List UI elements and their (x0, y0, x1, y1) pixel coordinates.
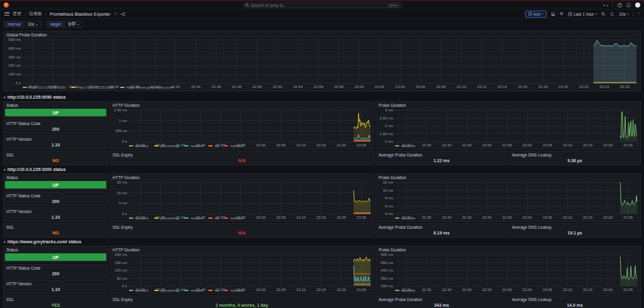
collapse-toolbar-icon[interactable]: ^ (638, 12, 640, 16)
legend-item[interactable]: resolve (184, 289, 203, 292)
legend-item[interactable]: seconds (395, 216, 415, 220)
legend-item[interactable]: processing (154, 144, 179, 148)
panel-title[interactable]: HTTP Duration (110, 102, 374, 108)
search-input[interactable] (251, 3, 386, 8)
legend-item[interactable]: connect (129, 216, 148, 220)
time-range-picker[interactable]: Last 1 hour ▾ (568, 12, 597, 16)
variable-interval-select[interactable]: 10s▾ (24, 21, 41, 27)
legend-item[interactable]: processing (154, 216, 179, 220)
legend-item[interactable]: transfer (224, 144, 243, 148)
panel-title[interactable]: SSL (4, 151, 108, 158)
legend-item[interactable]: tls (208, 144, 218, 148)
legend-swatch (129, 290, 133, 291)
breadcrumb-dashboard-title: Prometheus Blackbox Exporter (50, 12, 111, 16)
panel-title[interactable]: SSL Expiry (110, 296, 374, 302)
panel-title[interactable]: Average Probe Duration (376, 151, 507, 158)
zoom-out-icon[interactable] (601, 12, 606, 16)
legend-item[interactable]: processing (154, 289, 179, 292)
legend-item[interactable]: https://www.greytracks.com/ (120, 85, 174, 89)
panel-title[interactable]: HTTP Duration (110, 246, 374, 253)
chart-legend: connectprocessingresolvetlstransfer (110, 144, 374, 149)
panel-title[interactable]: HTTP Duration (110, 174, 374, 180)
panel-title[interactable]: HTTP Status Code (4, 120, 108, 126)
panel-title[interactable]: Global Probe Duration (4, 31, 640, 38)
ssl-value: YES (4, 302, 108, 308)
average-probe-duration-panel: Average Probe Duration 1.22 ms (375, 151, 508, 165)
panel-title[interactable]: SSL Expiry (110, 224, 374, 230)
user-avatar[interactable] (635, 3, 640, 8)
legend-item[interactable]: seconds (395, 144, 415, 148)
panel-title[interactable]: Average DNS Lookup (509, 296, 640, 302)
star-icon[interactable]: ☆ (114, 11, 118, 16)
breadcrumb-home[interactable]: 首页 (13, 11, 21, 17)
search-box[interactable]: ctrl+k (242, 3, 402, 8)
panel-title[interactable]: HTTP Status Code (4, 265, 108, 271)
dashboard-rows: ▾ http://10.0.0.235:9090 status Status U… (3, 94, 641, 308)
breadcrumb-dashboards[interactable]: 仪表板 (29, 11, 42, 17)
dashboard-row: ▾ http://10.0.0.235:9090 status Status U… (3, 94, 641, 165)
legend-item[interactable]: transfer (224, 216, 243, 220)
panel-title[interactable]: Average DNS Lookup (509, 224, 640, 230)
legend-item[interactable]: seconds (395, 289, 415, 292)
probe-duration-chart[interactable]: 1 ms1.50 ms2 ms2.50 ms3 ms22:3022:3522:4… (376, 108, 640, 144)
help-icon[interactable]: ? (618, 3, 622, 8)
add-panel-button[interactable]: Add ▾ (525, 11, 547, 18)
legend-item[interactable]: resolve (184, 216, 203, 220)
row-title: https://www.greytracks.com/ status (8, 239, 82, 244)
panel-title[interactable]: Status (4, 102, 108, 108)
new-menu-button[interactable]: + ▾ (602, 3, 608, 8)
panel-title[interactable]: SSL (4, 296, 108, 302)
legend-item[interactable]: http://10.0.0.235:9090 (71, 85, 114, 89)
panel-title[interactable]: Probe Duration (376, 174, 640, 180)
variable-target-select[interactable]: 全部▾ (64, 21, 83, 27)
clock-icon (568, 12, 572, 16)
row-header[interactable]: ▾ https://www.greytracks.com/ status (4, 239, 641, 245)
ssl-panel: SSL YES (3, 295, 108, 308)
panel-title[interactable]: Probe Duration (376, 246, 640, 253)
row-header[interactable]: ▾ http://10.0.0.235:3000 status (4, 167, 641, 172)
http-duration-chart[interactable]: 0 s5 ms10 ms15 ms22:3022:3522:4022:4522:… (110, 180, 374, 216)
http-status-code-panel: HTTP Status Code 200 (3, 192, 108, 206)
panel-title[interactable]: HTTP Version (4, 136, 108, 142)
panel-title[interactable]: Average Probe Duration (376, 224, 507, 230)
http-duration-chart[interactable]: 0 s500 µs1 ms1.50 ms22:3022:3522:4022:45… (110, 108, 374, 144)
legend-item[interactable]: connect (129, 289, 148, 292)
legend-item[interactable]: tls (208, 289, 218, 292)
alert-bell-icon[interactable] (626, 3, 631, 8)
panel-title[interactable]: Average Probe Duration (376, 296, 507, 302)
status-panel: Status UP (3, 246, 108, 263)
legend-swatch (154, 290, 158, 291)
legend-item[interactable]: http://10.0.0.235:3000 (23, 85, 65, 89)
panel-title[interactable]: Status (4, 246, 108, 253)
chart-legend: seconds (376, 289, 640, 294)
panel-title[interactable]: HTTP Status Code (4, 192, 108, 199)
legend-item[interactable]: connect (129, 144, 148, 148)
row-header[interactable]: ▾ http://10.0.0.235:9090 status (4, 94, 641, 100)
share-icon[interactable] (121, 12, 125, 16)
legend-swatch (184, 217, 189, 219)
global-probe-duration-chart[interactable]: 0 s100 ms200 ms300 ms400 ms500 ms22:2822… (4, 38, 640, 85)
refresh-interval-picker[interactable]: 10s ▾ (619, 12, 628, 16)
panel-title[interactable]: HTTP Version (4, 280, 108, 287)
refresh-icon[interactable] (610, 12, 614, 16)
panel-title[interactable]: Probe Duration (376, 102, 640, 108)
legend-item[interactable]: resolve (184, 144, 203, 148)
panel-title[interactable]: Status (4, 174, 108, 180)
panel-title[interactable]: HTTP Version (4, 208, 108, 214)
svg-text:200 ms: 200 ms (8, 63, 21, 67)
probe-duration-chart[interactable]: 4 ms6 ms8 ms10 ms12 ms22:3022:3522:4022:… (376, 180, 640, 216)
ssl-value: NO (4, 230, 108, 237)
panel-title[interactable]: SSL Expiry (110, 151, 374, 158)
dashboard-nav-bar: 首页 › 仪表板 › Prometheus Blackbox Exporter … (0, 9, 644, 19)
grafana-logo[interactable] (4, 3, 9, 8)
save-dashboard-icon[interactable] (551, 12, 555, 16)
legend-item[interactable]: transfer (224, 289, 243, 292)
chevron-down-icon: ▾ (78, 23, 80, 26)
panel-title[interactable]: Average DNS Lookup (509, 151, 640, 158)
probe-duration-chart[interactable]: 300 ms350 ms400 ms450 ms500 ms22:3022:35… (376, 253, 640, 289)
legend-item[interactable]: tls (208, 216, 218, 220)
dashboard-settings-icon[interactable]: ⚙ (560, 11, 564, 16)
menu-icon[interactable] (4, 12, 9, 16)
panel-title[interactable]: SSL (4, 224, 108, 230)
http-duration-chart[interactable]: 0 s50 ms100 ms150 ms200 ms22:3022:3522:4… (110, 253, 374, 289)
